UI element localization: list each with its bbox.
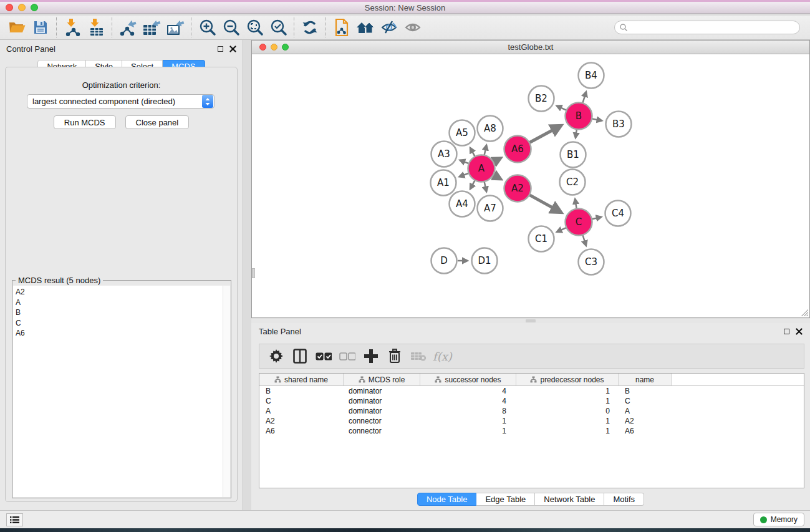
graph-edge[interactable] — [592, 217, 600, 219]
add-column-button[interactable] — [360, 346, 382, 366]
table-settings-button[interactable] — [266, 346, 287, 366]
table-row[interactable]: Bdominator41B — [259, 386, 804, 396]
graph-node[interactable]: A — [468, 155, 495, 182]
graph-node[interactable]: C2 — [560, 170, 586, 195]
criterion-dropdown[interactable]: largest connected component (directed) — [27, 94, 215, 109]
graph-node[interactable]: B3 — [606, 112, 632, 137]
memory-button[interactable]: Memory — [753, 513, 804, 526]
import-network-button[interactable] — [60, 17, 84, 38]
float-panel-icon[interactable] — [218, 46, 223, 52]
delete-table-button[interactable] — [408, 346, 429, 366]
graph-edge[interactable] — [485, 181, 486, 191]
graph-node[interactable]: C1 — [529, 226, 554, 252]
table-row[interactable]: Cdominator41C — [259, 396, 804, 406]
hide-graphics-details-button[interactable] — [377, 17, 401, 38]
graph-edge[interactable] — [529, 195, 560, 212]
network-window-left-grip[interactable] — [252, 268, 255, 278]
graph-node[interactable]: A5 — [450, 120, 475, 146]
mcds-result-list[interactable]: A2ABCA6 — [13, 286, 223, 497]
graph-node[interactable]: D — [432, 248, 457, 274]
column-header-mcds-role[interactable]: MCDS role — [344, 374, 420, 385]
search-input[interactable] — [628, 23, 799, 32]
graph-edge[interactable] — [582, 92, 586, 103]
delete-column-button[interactable] — [384, 346, 405, 366]
graph-edge[interactable] — [493, 175, 500, 179]
close-table-panel-icon[interactable] — [796, 328, 803, 335]
mcds-result-item[interactable]: C — [13, 318, 223, 329]
table-row[interactable]: A6connector11A6 — [259, 426, 804, 436]
graph-edge[interactable] — [529, 126, 560, 143]
graph-edge[interactable] — [583, 235, 586, 245]
graph-edge[interactable] — [592, 118, 602, 120]
table-row[interactable]: Adominator80A — [259, 406, 804, 416]
graph-node[interactable]: B2 — [529, 86, 554, 112]
graph-edge[interactable] — [557, 228, 566, 231]
graph-node[interactable]: A8 — [478, 116, 503, 142]
graph-node[interactable]: B — [566, 103, 592, 130]
graph-edge[interactable] — [460, 173, 468, 177]
graph-node[interactable]: A3 — [432, 142, 457, 167]
graph-node[interactable]: A7 — [478, 196, 503, 221]
graph-node[interactable]: A4 — [450, 191, 475, 217]
column-header-name[interactable]: name — [619, 374, 672, 385]
tab-edge-table[interactable]: Edge Table — [476, 493, 535, 506]
graph-edge[interactable] — [575, 200, 576, 209]
mcds-result-item[interactable]: A2 — [13, 287, 223, 297]
tab-network-table[interactable]: Network Table — [535, 493, 604, 506]
graph-node[interactable]: C4 — [605, 201, 631, 226]
select-all-button[interactable] — [313, 346, 334, 366]
export-network-button[interactable] — [116, 17, 140, 38]
graph-edge[interactable] — [485, 145, 486, 155]
save-session-button[interactable] — [29, 17, 52, 38]
close-panel-icon[interactable] — [229, 46, 236, 52]
graph-node[interactable]: B1 — [561, 142, 586, 168]
graph-edge[interactable] — [470, 148, 475, 157]
deselect-all-button[interactable] — [337, 346, 358, 366]
horizontal-splitter[interactable] — [251, 319, 810, 323]
mcds-result-item[interactable]: A6 — [13, 328, 223, 339]
graph-edge[interactable] — [460, 160, 468, 163]
zoom-in-button[interactable] — [195, 17, 219, 38]
mcds-result-item[interactable]: A — [13, 297, 223, 308]
network-window-titlebar[interactable]: testGlobe.txt — [252, 41, 809, 54]
run-mcds-button[interactable]: Run MCDS — [54, 115, 116, 129]
zoom-out-button[interactable] — [219, 17, 243, 38]
graph-node[interactable]: A2 — [504, 175, 531, 202]
tab-motifs[interactable]: Motifs — [604, 493, 644, 506]
graph-edge[interactable] — [493, 158, 500, 162]
function-builder-button[interactable]: f(x) — [433, 350, 452, 363]
close-panel-button[interactable]: Close panel — [125, 115, 190, 129]
export-table-button[interactable] — [140, 17, 163, 38]
network-canvas[interactable]: B4B2BB3A5A8A6A3B1AA1C2A2A4A7CC4C1C3DD1 — [253, 55, 809, 317]
graph-node[interactable]: C — [566, 209, 592, 236]
node-table[interactable]: shared name MCDS role successor nodes pr… — [259, 373, 804, 488]
column-header-shared-name[interactable]: shared name — [259, 374, 344, 385]
open-session-button[interactable] — [5, 17, 29, 38]
graph-edge[interactable] — [557, 106, 566, 110]
float-table-panel-icon[interactable] — [784, 329, 789, 334]
graph-node[interactable]: A1 — [431, 170, 456, 196]
search-box[interactable] — [614, 21, 800, 34]
import-table-button[interactable] — [84, 17, 108, 38]
zoom-fit-button[interactable] — [243, 17, 266, 38]
cybrowser-home-button[interactable] — [354, 17, 377, 38]
export-image-button[interactable] — [163, 17, 187, 38]
refresh-button[interactable] — [298, 17, 322, 38]
show-columns-button[interactable] — [289, 346, 311, 366]
zoom-selected-button[interactable] — [266, 17, 290, 38]
show-graphics-details-button[interactable] — [401, 17, 425, 38]
graph-edge[interactable] — [576, 130, 577, 138]
column-header-predecessor-nodes[interactable]: predecessor nodes — [516, 374, 619, 385]
network-from-file-button[interactable] — [330, 17, 354, 38]
network-window-resize-grip[interactable] — [800, 308, 808, 316]
table-row[interactable]: A2connector11A2 — [259, 416, 804, 426]
graph-node[interactable]: A6 — [504, 136, 531, 163]
graph-edge[interactable] — [470, 180, 475, 188]
column-header-successor-nodes[interactable]: successor nodes — [420, 374, 516, 385]
graph-node[interactable]: C3 — [579, 249, 604, 275]
graph-node[interactable]: D1 — [472, 248, 498, 274]
tab-node-table[interactable]: Node Table — [417, 493, 477, 506]
task-history-button[interactable] — [6, 513, 23, 526]
graph-node[interactable]: B4 — [579, 63, 604, 89]
mcds-result-item[interactable]: B — [13, 307, 223, 318]
